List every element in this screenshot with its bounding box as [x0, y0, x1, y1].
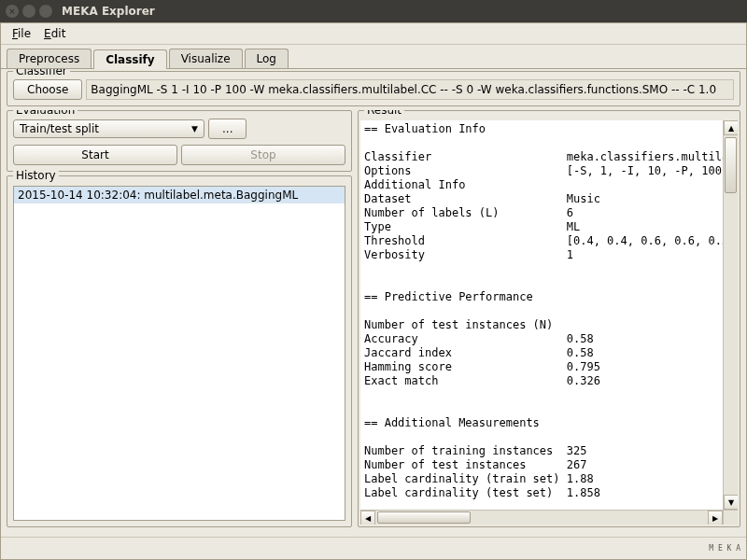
evaluation-mode-label: Train/test split	[20, 122, 99, 135]
menubar: File Edit	[1, 23, 746, 45]
menu-edit[interactable]: Edit	[38, 25, 71, 42]
stop-button: Stop	[181, 145, 345, 165]
window-title: MEKA Explorer	[62, 5, 155, 18]
evaluation-group-title: Evaluation	[13, 110, 78, 117]
evaluation-mode-select[interactable]: Train/test split ▼	[13, 119, 204, 138]
result-group-title: Result	[364, 110, 404, 117]
history-group: History 2015-10-14 10:32:04: multilabel.…	[7, 175, 352, 527]
titlebar: × MEKA Explorer	[0, 0, 747, 22]
tab-preprocess[interactable]: Preprocess	[7, 49, 92, 68]
scroll-down-icon[interactable]: ▼	[724, 495, 738, 510]
history-item[interactable]: 2015-10-14 10:32:04: multilabel.meta.Bag…	[14, 187, 345, 203]
tab-visualize[interactable]: Visualize	[169, 49, 243, 68]
result-group: Result == Evaluation Info Classifier mek…	[358, 110, 740, 527]
scroll-corner	[723, 510, 738, 525]
minimize-icon[interactable]	[22, 5, 35, 18]
history-group-title: History	[13, 169, 59, 182]
maximize-icon[interactable]	[39, 5, 52, 18]
meka-logo: M E K A	[709, 545, 740, 552]
evaluation-group: Evaluation Train/test split ▼ ... Start …	[7, 110, 352, 172]
scrollbar-horizontal[interactable]: ◀ ▶	[360, 510, 723, 525]
scroll-up-icon[interactable]: ▲	[724, 120, 738, 135]
classifier-group-title: Classifier	[13, 69, 70, 77]
tab-classify[interactable]: Classify	[93, 49, 166, 69]
history-list[interactable]: 2015-10-14 10:32:04: multilabel.meta.Bag…	[13, 186, 345, 521]
scroll-left-icon[interactable]: ◀	[360, 511, 375, 525]
tabs: Preprocess Classify Visualize Log	[1, 45, 746, 69]
start-button[interactable]: Start	[13, 145, 177, 165]
classifier-text[interactable]: BaggingML -S 1 -I 10 -P 100 -W meka.clas…	[86, 79, 734, 100]
menu-file[interactable]: File	[7, 25, 36, 42]
evaluation-options-button[interactable]: ...	[208, 119, 247, 139]
scroll-thumb-horizontal[interactable]	[377, 511, 471, 524]
choose-button[interactable]: Choose	[13, 79, 82, 100]
result-textarea[interactable]: == Evaluation Info Classifier meka.class…	[360, 120, 723, 510]
scroll-right-icon[interactable]: ▶	[708, 511, 723, 525]
classifier-group: Classifier Choose BaggingML -S 1 -I 10 -…	[7, 71, 740, 106]
scrollbar-vertical[interactable]: ▲ ▼	[723, 120, 738, 510]
scroll-thumb-vertical[interactable]	[725, 137, 737, 193]
chevron-down-icon: ▼	[191, 124, 198, 133]
tab-log[interactable]: Log	[245, 49, 289, 68]
close-icon[interactable]: ×	[6, 5, 19, 18]
statusbar: M E K A	[1, 537, 746, 559]
